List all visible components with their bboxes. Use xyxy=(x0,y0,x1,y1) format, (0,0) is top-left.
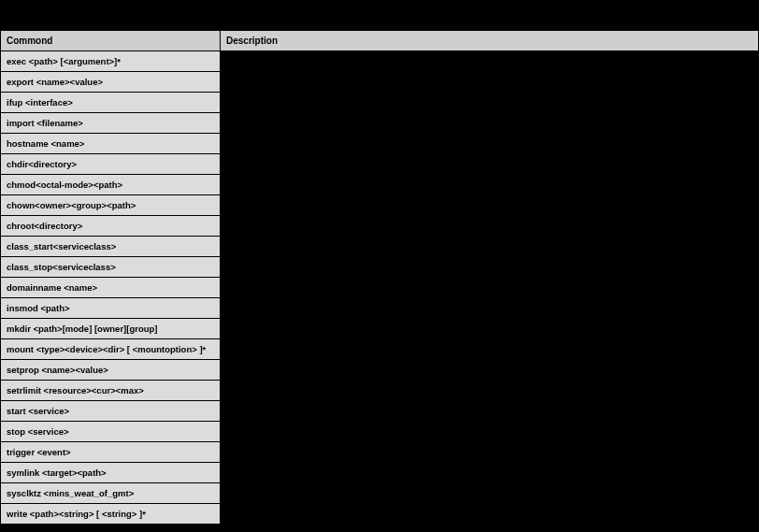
cell-description xyxy=(221,381,759,401)
table-row: stop <service> xyxy=(1,422,759,442)
table-row: chroot<directory> xyxy=(1,216,759,237)
cell-command: trigger <event> xyxy=(1,442,221,463)
cell-description xyxy=(221,134,759,154)
cell-description xyxy=(221,175,759,195)
cell-command: class_start<serviceclass> xyxy=(1,237,221,257)
cell-command: setprop <name><value> xyxy=(1,360,221,381)
table-header: Commond Description xyxy=(1,31,759,51)
cell-command: start <service> xyxy=(1,401,221,422)
cell-description xyxy=(221,278,759,298)
cell-description xyxy=(221,422,759,442)
cell-description xyxy=(221,463,759,483)
cell-description xyxy=(221,216,759,237)
cell-description xyxy=(221,298,759,319)
cell-description xyxy=(221,360,759,381)
cell-command: stop <service> xyxy=(1,422,221,442)
table-row: setprop <name><value> xyxy=(1,360,759,381)
cell-description xyxy=(221,257,759,278)
cell-command: chown<owner><group><path> xyxy=(1,195,221,216)
cell-description xyxy=(221,72,759,93)
table-row: sysclktz <mins_weat_of_gmt> xyxy=(1,483,759,504)
cell-description xyxy=(221,339,759,360)
cell-command: symlink <target><path> xyxy=(1,463,221,483)
cell-command: chroot<directory> xyxy=(1,216,221,237)
cell-command: exec <path> [<argument>]* xyxy=(1,51,221,72)
table-row: class_stop<serviceclass> xyxy=(1,257,759,278)
table-row: exec <path> [<argument>]* xyxy=(1,51,759,72)
cell-command: write <path><string> [ <string> ]* xyxy=(1,504,221,525)
cell-description xyxy=(221,154,759,175)
cell-command: hostname <name> xyxy=(1,134,221,154)
cell-command: export <name><value> xyxy=(1,72,221,93)
cell-command: setrlimit <resource><cur><max> xyxy=(1,381,221,401)
table-row: mount <type><device><dir> [ <mountoption… xyxy=(1,339,759,360)
cell-command: domainname <name> xyxy=(1,278,221,298)
cell-command: insmod <path> xyxy=(1,298,221,319)
cell-command: class_stop<serviceclass> xyxy=(1,257,221,278)
table-row: chmod<octal-mode><path> xyxy=(1,175,759,195)
cell-description xyxy=(221,401,759,422)
table-row: setrlimit <resource><cur><max> xyxy=(1,381,759,401)
cell-description xyxy=(221,51,759,72)
cell-description xyxy=(221,237,759,257)
table-row: start <service> xyxy=(1,401,759,422)
table-row: hostname <name> xyxy=(1,134,759,154)
cell-command: chdir<directory> xyxy=(1,154,221,175)
table-row: class_start<serviceclass> xyxy=(1,237,759,257)
table-row: write <path><string> [ <string> ]* xyxy=(1,504,759,525)
table-row: domainname <name> xyxy=(1,278,759,298)
commands-table: Commond Description exec <path> [<argume… xyxy=(0,30,759,525)
cell-command: mkdir <path>[mode] [owner][group] xyxy=(1,319,221,339)
cell-command: chmod<octal-mode><path> xyxy=(1,175,221,195)
header-command: Commond xyxy=(1,31,221,51)
cell-description xyxy=(221,113,759,134)
table-row: chown<owner><group><path> xyxy=(1,195,759,216)
table-row: mkdir <path>[mode] [owner][group] xyxy=(1,319,759,339)
table-row: chdir<directory> xyxy=(1,154,759,175)
cell-command: sysclktz <mins_weat_of_gmt> xyxy=(1,483,221,504)
cell-description xyxy=(221,319,759,339)
cell-description xyxy=(221,195,759,216)
table-body: exec <path> [<argument>]*export <name><v… xyxy=(1,51,759,525)
cell-description xyxy=(221,442,759,463)
cell-command: ifup <interface> xyxy=(1,93,221,113)
table-row: ifup <interface> xyxy=(1,93,759,113)
cell-description xyxy=(221,504,759,525)
table-row: trigger <event> xyxy=(1,442,759,463)
table-row: import <filename> xyxy=(1,113,759,134)
cell-description xyxy=(221,483,759,504)
cell-description xyxy=(221,93,759,113)
cell-command: mount <type><device><dir> [ <mountoption… xyxy=(1,339,221,360)
table-row: export <name><value> xyxy=(1,72,759,93)
header-description: Description xyxy=(221,31,759,51)
table-row: insmod <path> xyxy=(1,298,759,319)
table-row: symlink <target><path> xyxy=(1,463,759,483)
cell-command: import <filename> xyxy=(1,113,221,134)
